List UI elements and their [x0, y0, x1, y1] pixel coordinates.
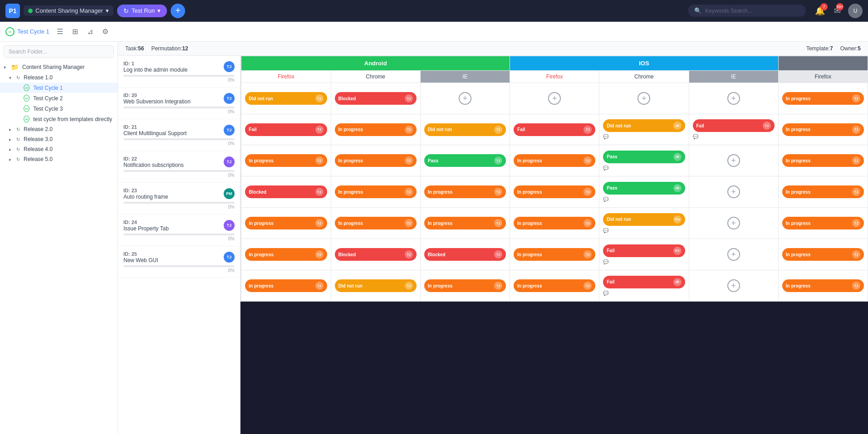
add-result-button[interactable]: + [727, 92, 740, 105]
task-row-20[interactable]: ID: 20 Web Subversion Integration TJ 0% [118, 88, 240, 119]
matrix-cell-2-0[interactable]: In progress TJ [241, 145, 331, 176]
sidebar-item-csm-root[interactable]: ▾📁Content Sharing Manager [0, 62, 118, 73]
status-avatar: TJ [763, 122, 771, 130]
matrix-cell-0-3[interactable]: + [510, 83, 599, 114]
folder-search-input[interactable] [4, 45, 114, 58]
matrix-cell-0-0[interactable]: Did not run TJ [241, 83, 331, 114]
sidebar-item-tct[interactable]: ∞test cycle from templates directly [0, 114, 118, 124]
matrix-cell-2-4[interactable]: Pass JB 💬 [599, 145, 689, 176]
matrix-cell-5-1[interactable]: Blocked TJ [331, 239, 420, 270]
status-avatar: TJ [494, 219, 502, 227]
search-input[interactable] [705, 8, 799, 14]
add-result-button[interactable]: + [638, 92, 650, 105]
cycle-icon: ∞ [24, 105, 29, 112]
project-selector[interactable]: Content Sharing Manager ▾ [24, 5, 113, 16]
task-stat: Task:56 [125, 45, 144, 52]
sub-nav: ∞ Test Cycle 1 ☰ ⊞ ⊿ ⚙ [0, 22, 868, 42]
matrix-cell-3-1[interactable]: In progress TJ [331, 176, 420, 208]
matrix-cell-2-3[interactable]: In progress TJ [510, 145, 599, 176]
status-badge: Did not run TJ [335, 279, 417, 292]
task-row-23[interactable]: ID: 23 Auto routing frame PM 0% [118, 183, 240, 215]
matrix-cell-6-6[interactable]: In progress TJ [778, 270, 868, 302]
task-row-1[interactable]: ID: 1 Log into the admin module TJ 0% [118, 56, 240, 88]
add-button[interactable]: + [171, 4, 185, 18]
matrix-cell-0-4[interactable]: + [599, 83, 689, 114]
matrix-cell-0-2[interactable]: + [420, 83, 510, 114]
sidebar-item-r5[interactable]: ▸↻Release 5.0 [0, 154, 118, 164]
status-avatar: TJ [405, 156, 413, 165]
settings-button[interactable]: ⚙ [100, 25, 110, 38]
sidebar-item-tc2[interactable]: ∞Test Cycle 2 [0, 93, 118, 103]
status-label: In progress [249, 158, 273, 163]
matrix-cell-1-0[interactable]: Fail TJ [241, 114, 331, 145]
matrix-cell-2-2[interactable]: Pass TJ [420, 145, 510, 176]
add-result-button[interactable]: + [727, 248, 740, 261]
search-icon: 🔍 [694, 7, 701, 14]
test-run-button[interactable]: ↻ Test Run ▾ [117, 5, 167, 17]
matrix-cell-6-4[interactable]: Fail JB 💬 [599, 270, 689, 302]
add-result-button[interactable]: + [459, 92, 471, 105]
add-result-button[interactable]: + [727, 217, 740, 229]
notifications-button[interactable]: 🔔 7 [815, 6, 825, 16]
task-progress-bar [123, 170, 235, 172]
matrix-cell-4-2[interactable]: In progress TJ [420, 208, 510, 239]
sidebar-item-r1[interactable]: ▾↻Release 1.0 [0, 73, 118, 83]
sidebar-item-tc3[interactable]: ∞Test Cycle 3 [0, 103, 118, 114]
matrix-cell-5-5[interactable]: + [689, 239, 778, 270]
matrix-cell-2-5[interactable]: + [689, 145, 778, 176]
tree-item-label: Release 4.0 [24, 146, 53, 152]
matrix-cell-3-0[interactable]: Blocked TJ [241, 176, 331, 208]
task-row-21[interactable]: ID: 21 Client Multilingual Support TJ 0% [118, 119, 240, 151]
task-progress-bar [123, 202, 235, 204]
add-result-button[interactable]: + [727, 154, 740, 167]
matrix-cell-1-6[interactable]: In progress TJ [778, 114, 868, 145]
matrix-cell-6-0[interactable]: In progress TJ [241, 270, 331, 302]
matrix-cell-1-4[interactable]: Did not run JR 💬 [599, 114, 689, 145]
matrix-cell-6-1[interactable]: Did not run TJ [331, 270, 420, 302]
sidebar-item-tc1[interactable]: ∞Test Cycle 1 [0, 83, 118, 93]
matrix-cell-2-6[interactable]: In progress TJ [778, 145, 868, 176]
matrix-cell-4-5[interactable]: + [689, 208, 778, 239]
profile-button[interactable]: U [848, 4, 863, 18]
matrix-cell-3-6[interactable]: In progress TJ [778, 176, 868, 208]
add-result-button[interactable]: + [727, 279, 740, 292]
test-cycle-tab[interactable]: ∞ Test Cycle 1 [5, 27, 49, 36]
matrix-cell-0-1[interactable]: Blocked TJ [331, 83, 420, 114]
matrix-cell-4-6[interactable]: In progress TJ [778, 208, 868, 239]
matrix-cell-6-5[interactable]: + [689, 270, 778, 302]
task-row-22[interactable]: ID: 22 Notification subscriptions TJ 0% [118, 151, 240, 183]
matrix-cell-3-4[interactable]: Pass JB 💬 [599, 176, 689, 208]
task-row-24[interactable]: ID: 24 Issue Property Tab TJ 0% [118, 215, 240, 246]
matrix-cell-4-3[interactable]: In progress TJ [510, 208, 599, 239]
list-view-button[interactable]: ☰ [55, 25, 65, 38]
add-result-button[interactable]: + [727, 185, 740, 198]
matrix-cell-1-5[interactable]: Fail TJ 💬 [689, 114, 778, 145]
add-result-button[interactable]: + [548, 92, 561, 105]
matrix-cell-4-4[interactable]: Did not run Tba 💬 [599, 208, 689, 239]
matrix-cell-5-0[interactable]: In progress TJ [241, 239, 331, 270]
matrix-cell-0-6[interactable]: In progress TJ [778, 83, 868, 114]
matrix-cell-5-2[interactable]: Blocked TJ [420, 239, 510, 270]
sidebar-item-r3[interactable]: ▸↻Release 3.0 [0, 134, 118, 144]
matrix-cell-4-0[interactable]: In progress TJ [241, 208, 331, 239]
filter-button[interactable]: ⊿ [85, 25, 95, 38]
matrix-cell-5-4[interactable]: Fail KS 💬 [599, 239, 689, 270]
matrix-cell-4-1[interactable]: In progress TJ [331, 208, 420, 239]
matrix-cell-1-3[interactable]: Fail TJ [510, 114, 599, 145]
task-row-25[interactable]: ID: 25 New Web GUI TJ 0% [118, 246, 240, 278]
grid-view-button[interactable]: ⊞ [70, 25, 80, 38]
matrix-cell-3-2[interactable]: In progress TJ [420, 176, 510, 208]
mail-button[interactable]: ✉ 99+ [834, 6, 841, 16]
matrix-cell-2-1[interactable]: In progress TJ [331, 145, 420, 176]
matrix-cell-0-5[interactable]: + [689, 83, 778, 114]
matrix-cell-6-3[interactable]: In progress TJ [510, 270, 599, 302]
matrix-cell-3-3[interactable]: In progress TJ [510, 176, 599, 208]
matrix-cell-5-6[interactable]: In progress TJ [778, 239, 868, 270]
matrix-cell-3-5[interactable]: + [689, 176, 778, 208]
matrix-cell-1-1[interactable]: In progress TJ [331, 114, 420, 145]
sidebar-item-r2[interactable]: ▸↻Release 2.0 [0, 124, 118, 134]
sidebar-item-r4[interactable]: ▸↻Release 4.0 [0, 144, 118, 154]
matrix-cell-1-2[interactable]: Did not run TJ [420, 114, 510, 145]
matrix-cell-6-2[interactable]: In progress TJ [420, 270, 510, 302]
matrix-cell-5-3[interactable]: In progress TJ [510, 239, 599, 270]
